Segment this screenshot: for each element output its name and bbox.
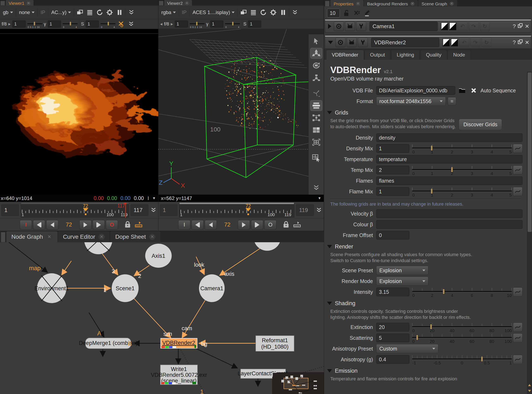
gl-color-swatch[interactable] — [449, 22, 456, 30]
temp-mix-slider[interactable]: 012345 — [412, 165, 512, 175]
lock-range-icon[interactable] — [125, 221, 131, 229]
anisotropy-field[interactable]: 0.4 — [376, 355, 409, 364]
node-environment1[interactable]: Environment1 — [35, 273, 69, 303]
set-in-point-button[interactable]: I — [178, 220, 190, 230]
render-section-header[interactable]: Render — [324, 242, 522, 252]
undo-button[interactable]: ↶ — [459, 38, 469, 47]
tab-curve-editor[interactable]: Curve Editor ✕ — [58, 231, 110, 242]
redo-button[interactable]: ↷ — [470, 38, 480, 47]
flame-mix-slider[interactable]: 012345 — [412, 187, 512, 196]
panel-menu-icon[interactable] — [159, 1, 163, 5]
scattering-slider[interactable]: 020406080100 — [412, 333, 512, 343]
pause-icon[interactable] — [115, 9, 124, 16]
arrow-icon[interactable]: ◂ — [160, 21, 162, 27]
lut-dropdown[interactable]: none — [18, 9, 36, 16]
animation-curve-button[interactable] — [513, 355, 522, 364]
scattering-field[interactable]: 5 — [376, 334, 409, 342]
wrench-icon[interactable] — [356, 21, 366, 31]
display-transform-dropdown[interactable]: AC...y) — [50, 9, 72, 16]
wrench-icon[interactable] — [358, 38, 368, 47]
gamma-slider[interactable]: 04 — [225, 21, 240, 27]
tab-node-graph[interactable]: Node Graph ✕ — [6, 231, 57, 242]
float-panel-icon[interactable] — [518, 39, 523, 46]
lock-panels-icon[interactable] — [343, 9, 350, 17]
density-field[interactable]: density — [376, 133, 522, 142]
translate-tool-button[interactable] — [310, 48, 322, 59]
tab-background-renders[interactable]: Background Renders ✕ — [364, 0, 418, 6]
anisotropy-preset-dropdown[interactable]: Custom — [376, 344, 438, 353]
expand-arrow-icon[interactable] — [328, 24, 331, 29]
gamma-slider[interactable]: 04 — [63, 21, 78, 27]
viewer1-canvas[interactable] — [0, 29, 158, 195]
select-tool-button[interactable] — [310, 36, 322, 46]
density-mix-slider[interactable]: 012345 — [412, 144, 512, 153]
discover-grids-button[interactable]: Discover Grids — [459, 119, 502, 130]
arrow-icon[interactable]: ▸ — [171, 21, 173, 27]
tab-node[interactable]: Node — [448, 50, 471, 60]
scene-hierarchy-button[interactable] — [310, 72, 322, 83]
gain-slider[interactable]: 0 0.1 1 16 — [27, 21, 42, 27]
timeline-ruler[interactable]: 1100119 72 — [179, 204, 294, 218]
panel-menu-icon[interactable] — [0, 1, 5, 5]
emission-section-header[interactable]: Emission — [324, 366, 522, 376]
revert-button[interactable]: ↻ — [481, 38, 491, 47]
velocity-field[interactable] — [376, 209, 522, 218]
render-mode-dropdown[interactable]: Explosion — [376, 277, 428, 286]
auto-sequence-label[interactable]: Auto Sequence — [481, 88, 516, 93]
grids-section-header[interactable]: Grids — [324, 108, 522, 118]
scrollbar-thumb[interactable] — [528, 73, 532, 232]
format-dropdown[interactable]: root.format 2048x1556 — [376, 97, 446, 106]
input-process-button[interactable]: IP — [39, 9, 46, 16]
scroll-down-icon[interactable] — [527, 388, 532, 394]
flames-field[interactable]: flames — [376, 176, 522, 185]
render-view-button[interactable] — [347, 38, 357, 47]
saturation-field[interactable]: 1 — [248, 21, 261, 27]
node-color-swatch[interactable] — [441, 22, 448, 30]
gain-field[interactable]: 1 — [12, 21, 26, 27]
display-transform-dropdown[interactable]: ACES 1....isplay) — [191, 9, 236, 16]
close-icon[interactable]: ✕ — [149, 234, 155, 240]
intensity-slider[interactable]: 0246810 — [412, 287, 512, 297]
pause-icon[interactable] — [279, 9, 287, 16]
step-forward-button[interactable] — [251, 220, 263, 230]
file-browser-icon[interactable] — [457, 86, 467, 95]
input-process-button[interactable]: IP — [181, 9, 188, 16]
animation-curve-button[interactable] — [513, 144, 522, 153]
roi-crosshair-icon[interactable] — [269, 9, 277, 16]
close-icon[interactable]: ✕ — [26, 1, 30, 5]
tab-lighting[interactable]: Lighting — [391, 50, 420, 60]
colour-field[interactable] — [376, 220, 522, 229]
animation-curve-button[interactable] — [513, 287, 522, 296]
flame-mix-field[interactable]: 1 — [376, 187, 409, 196]
close-icon[interactable]: ✕ — [98, 234, 105, 240]
vdb-file-field[interactable]: DB/AerialExplosion_0000.vdb — [376, 86, 455, 95]
range-start-field[interactable]: 1 — [1, 204, 19, 216]
gain-slider[interactable]: 0 0.1 1 16 — [190, 21, 205, 27]
panel-menu-icon[interactable] — [325, 1, 329, 6]
frame-offset-field[interactable]: 0 — [376, 231, 409, 239]
edge-camera-vdbrender[interactable] — [182, 300, 205, 338]
scroll-up-icon[interactable] — [527, 382, 532, 388]
panel-menu-icon[interactable] — [1, 232, 5, 242]
edge-axis-scene[interactable] — [134, 265, 149, 276]
timeline-ruler[interactable]: 1100119117 72 — [21, 204, 129, 218]
properties-scrollbar[interactable] — [527, 72, 532, 394]
close-icon[interactable]: ✕ — [410, 2, 415, 6]
play-backward-button[interactable] — [33, 220, 45, 230]
fstop-label[interactable]: f/8 — [164, 21, 169, 27]
tab-scene-graph[interactable]: Scene Graph ✕ — [418, 0, 457, 6]
undo-button[interactable]: ↶ — [457, 21, 467, 31]
extinction-slider[interactable]: 020406080100 — [412, 322, 512, 332]
node-axis1[interactable]: Axis1 — [145, 244, 172, 268]
set-out-point-button[interactable]: O — [106, 220, 118, 230]
frame-range-icon[interactable] — [135, 221, 142, 228]
gain-field[interactable]: 1 — [175, 21, 188, 27]
frame-view-button[interactable] — [310, 137, 322, 148]
chevron-double-down-icon[interactable] — [291, 9, 299, 16]
node-graph-minimap[interactable] — [272, 373, 324, 394]
rotate-tool-button[interactable] — [310, 60, 322, 71]
chevron-double-down-icon[interactable] — [127, 9, 136, 16]
redo-button[interactable]: ↷ — [469, 21, 479, 31]
edge-into-environment[interactable] — [6, 242, 48, 272]
center-node-button[interactable] — [334, 21, 344, 31]
